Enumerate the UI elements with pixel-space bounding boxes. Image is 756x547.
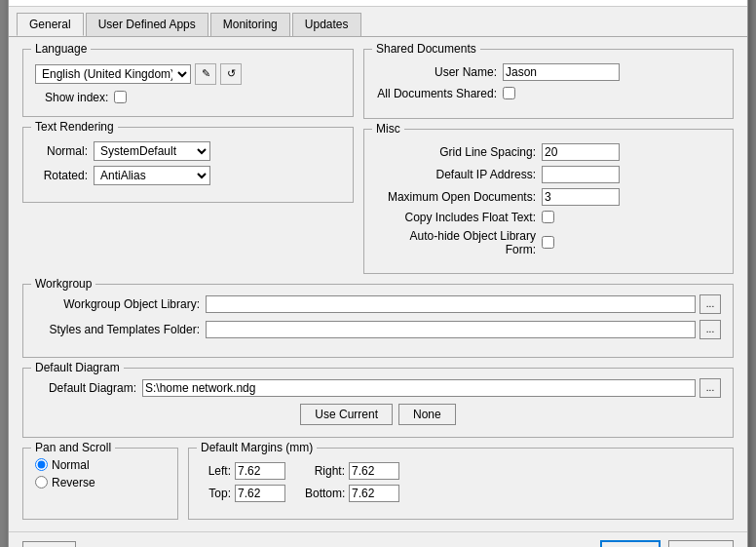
grid-line-input[interactable] — [542, 143, 620, 161]
copy-float-row: Copy Includes Float Text: — [376, 211, 721, 224]
pan-scroll-group: Pan and Scroll Normal Reverse — [22, 448, 178, 520]
object-lib-browse-button[interactable]: ... — [699, 294, 721, 314]
rotated-tr-select[interactable]: SystemDefault Default AntiAlias ClearTyp… — [94, 166, 210, 185]
top-margin-row: Top: — [201, 485, 285, 502]
language-row: English (United Kingdom) ✎ ↺ — [35, 59, 341, 85]
shared-docs-group-label: Shared Documents — [372, 42, 480, 56]
default-diagram-group: Default Diagram Default Diagram: ... Use… — [22, 368, 734, 438]
text-rendering-group: Text Rendering Normal: SystemDefault Def… — [22, 127, 354, 203]
all-docs-label: All Documents Shared: — [376, 87, 503, 100]
normal-tr-row: Normal: SystemDefault Default AntiAlias … — [35, 141, 341, 161]
max-open-input[interactable] — [542, 188, 620, 206]
all-docs-checkbox[interactable] — [503, 87, 515, 99]
diagram-buttons: Use Current None — [35, 404, 721, 425]
default-margins-group-label: Default Margins (mm) — [197, 441, 317, 454]
setup-window: ⚙ Setup ✕ General User Defined Apps Moni… — [8, 0, 748, 547]
left-margin-label: Left: — [201, 464, 235, 478]
tab-general[interactable]: General — [17, 13, 84, 36]
bottom-margin-label: Bottom: — [305, 487, 349, 500]
left-margin-input[interactable] — [235, 462, 285, 480]
user-name-row: User Name: — [376, 63, 721, 81]
none-button[interactable]: None — [398, 404, 456, 425]
margins-left-col: Left: Top: — [201, 462, 285, 507]
language-select[interactable]: English (United Kingdom) — [35, 64, 191, 84]
right-column: Shared Documents User Name: All Document… — [363, 49, 734, 284]
pan-reverse-radio[interactable] — [35, 476, 48, 488]
language-edit-button[interactable]: ✎ — [195, 63, 216, 85]
default-margins-group: Default Margins (mm) Left: Top: — [188, 448, 734, 520]
default-ip-label: Default IP Address: — [376, 168, 542, 181]
misc-section: Grid Line Spacing: Default IP Address: M… — [376, 139, 721, 256]
show-index-row: Show index: — [35, 91, 341, 104]
default-diagram-label: Default Diagram: — [35, 381, 142, 395]
auto-hide-row: Auto-hide Object Library Form: — [376, 229, 721, 256]
language-group-label: Language — [31, 42, 91, 56]
tab-updates[interactable]: Updates — [292, 13, 361, 36]
bottom-row: Pan and Scroll Normal Reverse Default Ma… — [22, 448, 734, 520]
user-name-input[interactable] — [503, 63, 620, 81]
pan-reverse-label: Reverse — [52, 476, 95, 489]
default-diagram-row: Default Diagram: ... — [35, 378, 721, 398]
help-button[interactable]: Help — [22, 541, 76, 548]
use-current-button[interactable]: Use Current — [300, 404, 393, 425]
text-rendering-group-label: Text Rendering — [31, 120, 118, 134]
styles-browse-button[interactable]: ... — [699, 320, 721, 339]
default-ip-row: Default IP Address: — [376, 166, 721, 183]
text-rendering-section: Normal: SystemDefault Default AntiAlias … — [35, 137, 341, 185]
misc-group-label: Misc — [372, 122, 404, 136]
default-diagram-browse-button[interactable]: ... — [699, 378, 721, 398]
rotated-tr-row: Rotated: SystemDefault Default AntiAlias… — [35, 166, 341, 185]
auto-hide-label: Auto-hide Object Library Form: — [376, 229, 542, 256]
language-group: Language English (United Kingdom) ✎ ↺ Sh… — [22, 49, 354, 117]
pan-normal-label: Normal — [52, 458, 90, 472]
styles-row: Styles and Templates Folder: ... — [35, 320, 721, 339]
left-margin-row: Left: — [201, 462, 285, 480]
right-margin-label: Right: — [305, 464, 349, 478]
right-margin-input[interactable] — [349, 462, 399, 480]
user-name-label: User Name: — [376, 65, 503, 79]
margins-right-col: Right: Bottom: — [305, 462, 399, 507]
grid-line-label: Grid Line Spacing: — [376, 145, 542, 159]
workgroup-group-label: Workgroup — [31, 277, 95, 291]
copy-float-checkbox[interactable] — [542, 211, 554, 223]
max-open-row: Maximum Open Documents: — [376, 188, 721, 206]
default-ip-input[interactable] — [542, 166, 620, 183]
auto-hide-checkbox[interactable] — [542, 236, 554, 249]
normal-tr-select[interactable]: SystemDefault Default AntiAlias ClearTyp… — [94, 141, 210, 161]
object-lib-input[interactable] — [206, 295, 696, 313]
rotated-tr-label: Rotated: — [35, 169, 94, 182]
show-index-label: Show index: — [45, 91, 108, 104]
max-open-label: Maximum Open Documents: — [376, 190, 542, 204]
language-refresh-button[interactable]: ↺ — [220, 63, 242, 85]
styles-input[interactable] — [206, 321, 696, 338]
tab-monitoring[interactable]: Monitoring — [210, 13, 290, 36]
grid-line-row: Grid Line Spacing: — [376, 143, 721, 161]
tab-user-defined-apps[interactable]: User Defined Apps — [86, 13, 208, 36]
top-margin-label: Top: — [201, 487, 235, 500]
top-row: Language English (United Kingdom) ✎ ↺ Sh… — [22, 49, 734, 284]
all-docs-row: All Documents Shared: — [376, 87, 721, 100]
bottom-margin-input[interactable] — [349, 485, 399, 502]
pan-reverse-row: Reverse — [35, 476, 166, 489]
styles-label: Styles and Templates Folder: — [35, 323, 206, 336]
margins-inner: Left: Top: Right: — [201, 458, 721, 507]
top-margin-input[interactable] — [235, 485, 285, 502]
pan-normal-radio[interactable] — [35, 458, 48, 471]
pan-normal-row: Normal — [35, 458, 166, 472]
shared-docs-group: Shared Documents User Name: All Document… — [363, 49, 734, 119]
misc-group: Misc Grid Line Spacing: Default IP Addre… — [363, 129, 734, 274]
bottom-right-buttons: OK Cancel — [600, 540, 734, 548]
copy-float-label: Copy Includes Float Text: — [376, 211, 542, 224]
show-index-checkbox[interactable] — [114, 91, 127, 103]
cancel-button[interactable]: Cancel — [668, 540, 734, 548]
tab-bar: General User Defined Apps Monitoring Upd… — [9, 7, 747, 37]
main-content: Language English (United Kingdom) ✎ ↺ Sh… — [9, 37, 747, 531]
shared-docs-section: User Name: All Documents Shared: — [376, 59, 721, 100]
bottom-margin-row: Bottom: — [305, 485, 399, 502]
right-margin-row: Right: — [305, 462, 399, 480]
default-diagram-input[interactable] — [142, 379, 696, 397]
ok-button[interactable]: OK — [600, 540, 660, 548]
default-diagram-group-label: Default Diagram — [31, 361, 124, 374]
left-column: Language English (United Kingdom) ✎ ↺ Sh… — [22, 49, 354, 284]
normal-tr-label: Normal: — [35, 144, 94, 158]
